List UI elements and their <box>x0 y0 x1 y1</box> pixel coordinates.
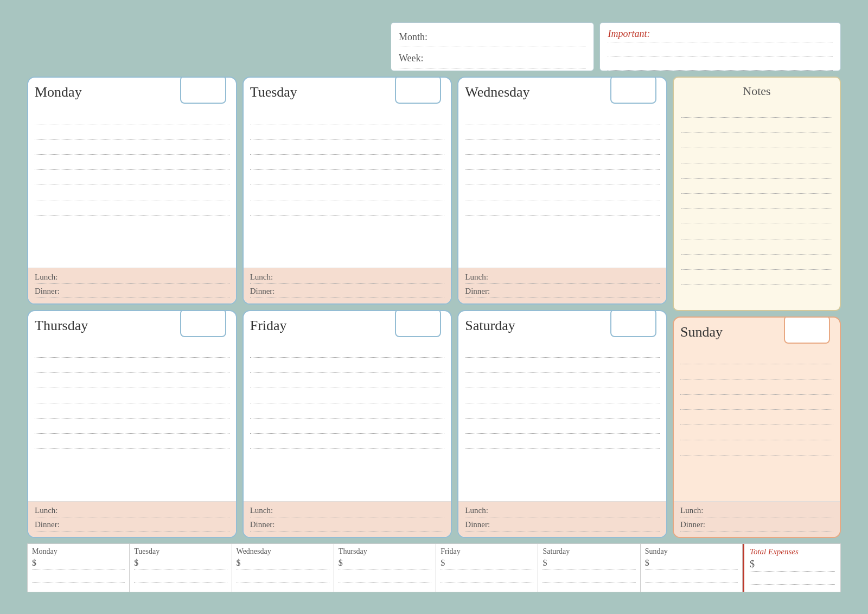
expense-saturday: Saturday $ <box>538 544 640 592</box>
sunday-line-2 <box>680 364 833 379</box>
total-expenses-label: Total Expenses <box>750 547 835 556</box>
wednesday-content <box>458 106 666 268</box>
tuesday-content <box>244 106 451 268</box>
tuesday-label: Tuesday <box>250 83 297 100</box>
expense-wednesday-label: Wednesday <box>237 547 329 556</box>
tuesday-header: Tuesday <box>244 78 451 106</box>
expense-total: Total Expenses $ <box>743 544 840 592</box>
thursday-line-3 <box>35 373 229 388</box>
friday-header: Friday <box>244 311 451 339</box>
wednesday-line-2 <box>465 124 660 140</box>
friday-content <box>244 339 451 501</box>
expense-row: Monday $ Tuesday $ Wednesday $ Thursday … <box>27 543 841 592</box>
important-label: Important: <box>608 28 833 42</box>
tuesday-date-box[interactable] <box>395 77 441 104</box>
wednesday-label: Wednesday <box>465 83 529 100</box>
friday-date-box[interactable] <box>395 310 441 337</box>
sunday-lunch: Lunch: <box>680 506 833 517</box>
top-days-row: Monday Lunch: Dinner: <box>27 77 667 305</box>
sunday-card: Sunday Lunch: Dinner: <box>673 317 841 538</box>
expense-thursday-line <box>339 573 431 583</box>
friday-line-7 <box>250 434 445 449</box>
wednesday-meals: Lunch: Dinner: <box>458 268 666 303</box>
thursday-date-box[interactable] <box>180 310 226 337</box>
wednesday-lunch: Lunch: <box>465 273 660 284</box>
bottom-days-row: Thursday Lunch: Dinner: <box>27 310 667 538</box>
expense-tuesday-dollar: $ <box>134 558 227 569</box>
expense-tuesday-label: Tuesday <box>134 547 227 556</box>
notes-line-7 <box>681 195 832 209</box>
saturday-line-4 <box>465 388 660 403</box>
wednesday-date-box[interactable] <box>610 77 656 104</box>
saturday-content <box>458 339 666 501</box>
monday-line-1 <box>35 109 229 124</box>
wednesday-line-7 <box>465 200 660 216</box>
thursday-meals: Lunch: Dinner: <box>28 501 236 537</box>
notes-line-5 <box>681 164 832 179</box>
sunday-line-7 <box>680 440 833 455</box>
right-panel: Notes Sunday <box>673 77 841 538</box>
wednesday-card: Wednesday Lunch: Dinner: <box>457 77 667 305</box>
thursday-label: Thursday <box>35 317 88 334</box>
monday-line-6 <box>35 185 229 200</box>
saturday-line-7 <box>465 434 660 449</box>
monday-label: Monday <box>35 83 82 100</box>
notes-line-3 <box>681 134 832 148</box>
notes-line-9 <box>681 225 832 239</box>
tuesday-line-1 <box>250 109 445 124</box>
tuesday-line-5 <box>250 170 445 185</box>
monday-line-7 <box>35 200 229 216</box>
notes-card: Notes <box>673 77 841 311</box>
sunday-line-5 <box>680 410 833 425</box>
expense-tuesday-line <box>134 573 227 583</box>
thursday-line-5 <box>35 403 229 419</box>
expense-tuesday: Tuesday $ <box>130 544 232 592</box>
sunday-line-1 <box>680 349 833 364</box>
expense-wednesday-dollar: $ <box>237 558 329 569</box>
thursday-header: Thursday <box>28 311 236 339</box>
wednesday-line-4 <box>465 155 660 170</box>
friday-dinner: Dinner: <box>250 520 445 531</box>
expense-thursday-dollar: $ <box>339 558 431 569</box>
saturday-line-1 <box>465 343 660 358</box>
thursday-line-7 <box>35 434 229 449</box>
expense-sunday-dollar: $ <box>645 558 738 569</box>
thursday-line-2 <box>35 358 229 373</box>
planner: Month: Week: Important: Monday <box>16 11 852 603</box>
saturday-header: Saturday <box>458 311 666 339</box>
sunday-header: Sunday <box>674 318 840 346</box>
important-line-1 <box>608 47 833 56</box>
sunday-dinner: Dinner: <box>680 520 833 531</box>
saturday-meals: Lunch: Dinner: <box>458 501 666 537</box>
expense-sunday-line <box>645 573 738 583</box>
expense-wednesday-line <box>237 573 329 583</box>
sunday-label: Sunday <box>680 323 723 340</box>
sunday-line-6 <box>680 425 833 440</box>
monday-lunch: Lunch: <box>35 273 229 284</box>
monday-meals: Lunch: Dinner: <box>28 268 236 303</box>
friday-line-5 <box>250 403 445 419</box>
saturday-card: Saturday Lunch: Dinner: <box>457 310 667 538</box>
saturday-date-box[interactable] <box>610 310 656 337</box>
notes-line-6 <box>681 180 832 194</box>
expense-monday: Monday $ <box>28 544 130 592</box>
tuesday-dinner: Dinner: <box>250 287 445 298</box>
tuesday-meals: Lunch: Dinner: <box>244 268 451 303</box>
saturday-line-6 <box>465 419 660 434</box>
expense-friday-line <box>441 573 533 583</box>
notes-line-2 <box>681 119 832 133</box>
sunday-meals: Lunch: Dinner: <box>674 501 840 537</box>
tuesday-card: Tuesday Lunch: Dinner: <box>242 77 452 305</box>
tuesday-line-4 <box>250 155 445 170</box>
thursday-line-6 <box>35 419 229 434</box>
saturday-line-3 <box>465 373 660 388</box>
month-week-box[interactable]: Month: Week: <box>391 22 594 71</box>
thursday-line-4 <box>35 388 229 403</box>
month-label: Month: <box>399 28 586 47</box>
important-box[interactable]: Important: <box>599 22 841 71</box>
sunday-date-box[interactable] <box>784 317 830 344</box>
wednesday-line-3 <box>465 140 660 155</box>
expense-saturday-label: Saturday <box>542 547 635 556</box>
monday-card: Monday Lunch: Dinner: <box>27 77 237 305</box>
monday-date-box[interactable] <box>180 77 226 104</box>
